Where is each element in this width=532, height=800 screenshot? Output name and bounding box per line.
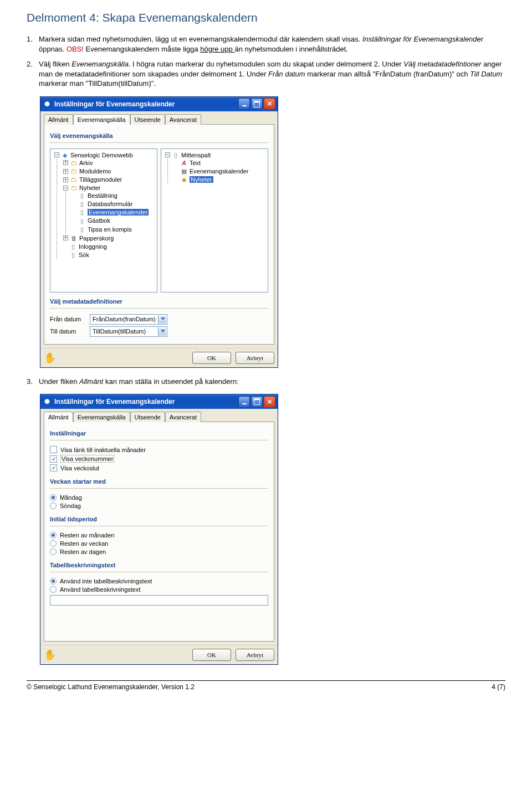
tree-node[interactable]: Gästbok: [88, 218, 110, 224]
radio-label: Resten av veckan: [60, 540, 108, 547]
group-source: Välj evenemangskälla: [50, 132, 268, 139]
ok-button[interactable]: OK: [192, 352, 231, 364]
radio-monday[interactable]: [50, 494, 57, 501]
checkbox-inactive-months[interactable]: [50, 446, 57, 453]
tree-toggle-icon[interactable]: −: [54, 152, 59, 157]
footer-page-number: 4 (7): [492, 683, 505, 691]
tree-toggle-icon[interactable]: +: [63, 169, 68, 174]
step-2-a-em: Evenemangskälla: [71, 60, 129, 68]
step-1-em: Inställningar för Evenemangskalender: [362, 35, 483, 43]
tree-toggle-icon[interactable]: −: [63, 186, 68, 191]
module-tree-right[interactable]: −▯Mittenspalt AText ▦Evenemangskalender …: [161, 148, 268, 293]
tree-node[interactable]: Evenemangskalender: [190, 168, 248, 175]
minimize-button[interactable]: [238, 98, 250, 110]
step-2-f: markerar man alltså "FrånDatum (franDatu…: [305, 70, 470, 78]
news-icon: ◆: [180, 176, 188, 183]
radio-label: Resten av dagen: [60, 548, 106, 555]
tree-toggle-icon[interactable]: +: [63, 160, 68, 165]
radio-rest-month[interactable]: [50, 532, 57, 539]
titlebar[interactable]: ✺ Inställningar för Evenemangskalender: [40, 97, 278, 111]
radio-sunday[interactable]: [50, 502, 57, 509]
page-footer: © Senselogic Lathund Evenemangskalender,…: [27, 680, 505, 691]
ok-button[interactable]: OK: [192, 649, 231, 661]
text-icon: A: [180, 160, 188, 166]
tab-allmant[interactable]: Allmänt: [44, 114, 73, 125]
page-icon: ▯: [69, 252, 77, 258]
cancel-button[interactable]: Avbryt: [236, 649, 274, 661]
tree-node-selected[interactable]: Nyheter: [190, 176, 213, 183]
step-3-b: kan man ställa in utseendet på kalendern…: [103, 377, 238, 386]
tree-toggle-icon[interactable]: +: [63, 235, 68, 240]
maximize-button[interactable]: [251, 396, 263, 408]
tree-node-selected[interactable]: Evenemangskalender: [88, 209, 149, 216]
tree-node[interactable]: Databasformulär: [88, 201, 132, 207]
tree-node[interactable]: Text: [190, 160, 201, 166]
tree-node[interactable]: Papperskorg: [79, 235, 114, 242]
tree-toggle-icon[interactable]: +: [63, 177, 68, 182]
tabletext-input[interactable]: [50, 595, 268, 606]
separator: [50, 488, 268, 489]
radio-label: Söndag: [60, 502, 81, 509]
cancel-button[interactable]: Avbryt: [236, 352, 274, 364]
tab-evenemangskalla[interactable]: Evenemangskälla: [73, 412, 130, 422]
folder-icon: 🗀: [70, 184, 78, 191]
radio-no-tabletext[interactable]: [50, 578, 57, 584]
step-2-g-em: Till Datum: [470, 70, 502, 78]
radio-rest-day[interactable]: [50, 548, 57, 555]
tab-utseende[interactable]: Utseende: [130, 114, 165, 125]
radio-label: Använd tabellbeskrivningstext: [60, 586, 141, 593]
checkbox-weeknumber[interactable]: ✓: [50, 455, 57, 463]
chevron-down-icon: [158, 315, 166, 324]
site-icon: ◈: [61, 152, 69, 158]
step-1-underline: högre upp: [200, 45, 234, 53]
tree-node[interactable]: Nyheter: [79, 184, 101, 191]
close-button[interactable]: [264, 98, 275, 110]
separator: [50, 142, 268, 143]
till-date-select[interactable]: TillDatum(tillDatum): [90, 326, 167, 337]
tab-avancerat[interactable]: Avancerat: [165, 114, 201, 125]
obs-label: OBS!: [66, 45, 84, 53]
tree-node[interactable]: Tilläggsmoduler: [79, 176, 122, 183]
step-2-b: . I högra rutan markerar du nyhetsmodule…: [129, 60, 403, 68]
section-title: Delmoment 4: Skapa Evenemangskalendern: [27, 11, 505, 24]
step-1-text-c: öppnas.: [39, 45, 66, 53]
tab-utseende[interactable]: Utseende: [130, 412, 165, 422]
page-icon: ▯: [69, 243, 77, 250]
titlebar[interactable]: ✺ Inställningar för Evenemangskalender: [40, 394, 278, 409]
page-icon: ▯: [78, 201, 86, 207]
group-metadata: Välj metadatadefinitioner: [50, 298, 268, 305]
site-tree-left[interactable]: −◈Senselogic Demowebb +🗀Arkiv +🗀Moduldem…: [50, 148, 157, 293]
help-hand-icon[interactable]: ✋: [44, 352, 56, 364]
page-icon: ▯: [78, 226, 86, 233]
maximize-button[interactable]: [251, 98, 263, 110]
radio-use-tabletext[interactable]: [50, 586, 57, 593]
minimize-button[interactable]: [238, 396, 250, 408]
radio-rest-week[interactable]: [50, 540, 57, 547]
tree-node[interactable]: Inloggning: [79, 243, 107, 250]
till-date-value: TillDatum(tillDatum): [93, 328, 146, 335]
tabs: Allmänt Evenemangskälla Utseende Avancer…: [44, 411, 274, 422]
tree-node[interactable]: Sök: [79, 252, 89, 258]
separator: [50, 572, 268, 572]
tree-node[interactable]: Beställning: [88, 192, 117, 199]
from-date-value: FrånDatum(franDatum): [93, 316, 156, 322]
from-date-select[interactable]: FrånDatum(franDatum): [90, 314, 167, 325]
step-3-a: Under fliken: [39, 377, 79, 386]
close-button[interactable]: [264, 396, 275, 408]
tree-node[interactable]: Arkiv: [79, 160, 93, 166]
tab-allmant[interactable]: Allmänt: [44, 412, 73, 422]
tab-panel: Välj evenemangskälla −◈Senselogic Demowe…: [44, 125, 274, 345]
tree-node[interactable]: Senselogic Demowebb: [70, 152, 133, 158]
tree-toggle-icon[interactable]: −: [165, 152, 170, 157]
folder-icon: 🗀: [70, 160, 78, 166]
checkbox-weekend[interactable]: ✓: [50, 464, 57, 471]
tree-node[interactable]: Tipsa en kompis: [88, 226, 132, 233]
tab-evenemangskalla[interactable]: Evenemangskälla: [73, 114, 130, 125]
tab-avancerat[interactable]: Avancerat: [165, 412, 201, 422]
tree-node[interactable]: Mittenspalt: [181, 152, 211, 158]
help-hand-icon[interactable]: ✋: [44, 649, 56, 661]
radio-label: Måndag: [60, 494, 82, 501]
checkbox-label: Visa länk till inaktuella månader: [60, 447, 146, 453]
tabs: Allmänt Evenemangskälla Utseende Avancer…: [44, 114, 274, 125]
tree-node[interactable]: Moduldemo: [79, 168, 111, 175]
